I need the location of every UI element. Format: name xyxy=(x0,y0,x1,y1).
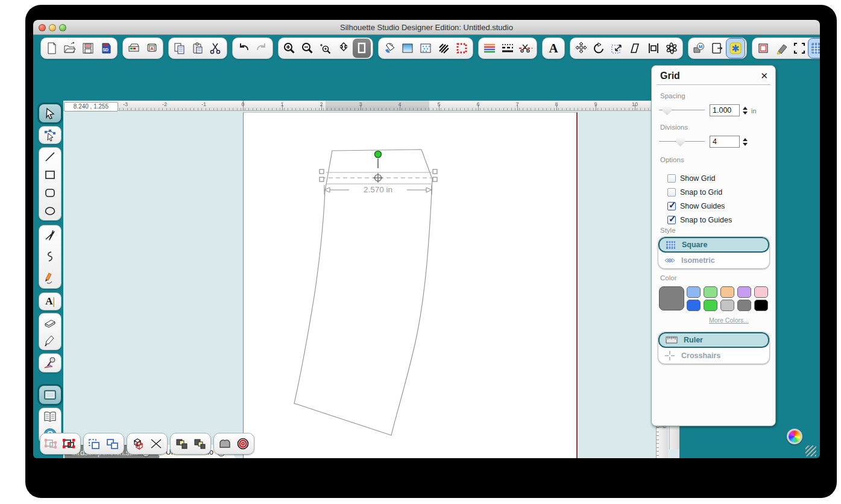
send-backward-button[interactable] xyxy=(191,434,209,453)
shear-button[interactable] xyxy=(626,39,644,58)
knife-tool[interactable] xyxy=(40,332,60,350)
options-label: Options xyxy=(660,156,684,163)
spacing-slider-knob[interactable] xyxy=(663,106,672,115)
more-colors-link[interactable]: More Colors... xyxy=(687,317,771,324)
text-icon: A xyxy=(549,41,558,56)
fit-to-page-button[interactable] xyxy=(353,39,371,58)
pan-icon xyxy=(337,42,350,55)
color-swatch[interactable] xyxy=(687,286,701,298)
eyedropper-tool[interactable] xyxy=(40,354,60,371)
spacing-stepper[interactable] xyxy=(743,104,749,116)
new-button[interactable] xyxy=(43,39,61,58)
color-swatch[interactable] xyxy=(704,300,717,311)
option-checkbox[interactable]: ✓ xyxy=(667,216,676,224)
divisions-slider-knob[interactable] xyxy=(676,137,685,146)
rectangle-tool[interactable] xyxy=(40,166,60,184)
color-swatch[interactable] xyxy=(687,300,701,311)
ellipse-tool[interactable] xyxy=(40,203,60,220)
rotate-button[interactable] xyxy=(590,39,608,58)
pencil-tool[interactable] xyxy=(40,269,60,286)
page-view-tool[interactable] xyxy=(41,386,59,403)
color-swatch[interactable] xyxy=(720,300,734,311)
make-3d-button[interactable] xyxy=(129,434,147,453)
align-button[interactable] xyxy=(644,39,663,58)
edit-points-tool[interactable] xyxy=(40,127,60,143)
registration-marks-button[interactable] xyxy=(754,39,772,58)
divisions-input[interactable] xyxy=(710,136,740,148)
rounded-rectangle-tool[interactable] xyxy=(40,184,60,202)
ruler-toggle-row[interactable]: Ruler xyxy=(658,332,769,348)
divisions-stepper[interactable] xyxy=(743,136,749,148)
zoom-selection-button[interactable] xyxy=(317,39,335,58)
line-tool[interactable] xyxy=(40,148,60,166)
undo-button[interactable] xyxy=(235,39,253,58)
redo-button[interactable] xyxy=(253,39,271,58)
color-swatch[interactable] xyxy=(754,300,768,311)
option-checkbox[interactable] xyxy=(667,188,676,197)
pan-button[interactable] xyxy=(335,39,353,58)
ungroup-button[interactable] xyxy=(42,434,60,453)
send-to-silhouette-button[interactable]: A xyxy=(143,39,161,58)
fill-gradient-button[interactable] xyxy=(398,39,417,58)
flip-button[interactable] xyxy=(147,434,165,453)
resize-grip[interactable] xyxy=(805,446,816,456)
duplicate-left-icon xyxy=(87,437,102,450)
select-tool[interactable] xyxy=(41,105,59,122)
style-isometric-row[interactable]: Isometric xyxy=(658,253,769,268)
library-shortcut-button[interactable]: ✱ xyxy=(726,39,745,58)
ruler-h-number: 10 xyxy=(632,101,638,107)
scale-button[interactable] xyxy=(608,39,626,58)
fill-color-button[interactable] xyxy=(380,39,398,58)
eraser-tool[interactable] xyxy=(40,314,60,332)
option-checkbox[interactable]: ✓ xyxy=(667,202,676,210)
highlighter-button[interactable] xyxy=(772,39,790,58)
group-button[interactable] xyxy=(60,434,78,453)
divisions-slider[interactable] xyxy=(659,137,705,146)
line-pattern-button[interactable] xyxy=(435,39,453,58)
duplicate-left-button[interactable] xyxy=(86,434,104,453)
page-settings-button[interactable] xyxy=(708,39,726,58)
crop-marks-button[interactable] xyxy=(790,39,808,58)
color-swatch[interactable] xyxy=(754,286,768,298)
zoom-in-button[interactable] xyxy=(280,39,298,58)
cut-lines-button[interactable] xyxy=(517,39,535,58)
color-swatch[interactable] xyxy=(737,300,751,311)
line-color-button[interactable] xyxy=(480,39,499,58)
bring-forward-button[interactable] xyxy=(172,434,191,453)
color-swatch[interactable] xyxy=(704,286,717,298)
print-button[interactable] xyxy=(125,39,143,58)
open-button[interactable] xyxy=(61,39,79,58)
style-square-row[interactable]: Square xyxy=(658,237,769,253)
copy-button[interactable] xyxy=(171,39,189,58)
replicate-button[interactable] xyxy=(663,39,681,58)
cut-style-button[interactable] xyxy=(453,39,471,58)
panel-close-icon[interactable]: ✕ xyxy=(760,71,768,81)
text-button[interactable]: A xyxy=(544,39,562,58)
modify-button[interactable]: M xyxy=(690,39,708,58)
weld-button[interactable] xyxy=(216,434,234,453)
crosshairs-toggle-row[interactable]: Crosshairs xyxy=(658,348,769,364)
zoom-out-button[interactable] xyxy=(298,39,317,58)
paste-button[interactable] xyxy=(189,39,207,58)
color-swatch[interactable] xyxy=(720,286,734,298)
polygon-tool[interactable] xyxy=(40,227,60,245)
color-swatch[interactable] xyxy=(737,286,751,298)
duplicate-right-button[interactable] xyxy=(104,434,122,453)
save-to-sd-button[interactable]: SD xyxy=(97,39,115,58)
rotate-handle[interactable] xyxy=(375,151,382,158)
library-tool[interactable] xyxy=(40,408,60,426)
spacing-input[interactable] xyxy=(710,104,740,116)
move-button[interactable] xyxy=(572,39,590,58)
save-button[interactable] xyxy=(79,39,97,58)
design-canvas[interactable]: 2.570 in -3-2-1012345678910 8.240 , 1.25… xyxy=(63,101,679,458)
cut-button[interactable] xyxy=(207,39,225,58)
current-color-swatch[interactable] xyxy=(659,286,684,310)
fill-pattern-button[interactable] xyxy=(417,39,435,58)
offset-button[interactable] xyxy=(234,434,252,453)
line-style-button[interactable] xyxy=(499,39,517,58)
show-grid-button[interactable] xyxy=(808,39,820,58)
text-tool[interactable]: A| xyxy=(40,293,60,310)
option-checkbox[interactable] xyxy=(667,174,676,183)
spacing-slider[interactable] xyxy=(659,106,705,115)
curve-tool[interactable] xyxy=(40,248,60,265)
